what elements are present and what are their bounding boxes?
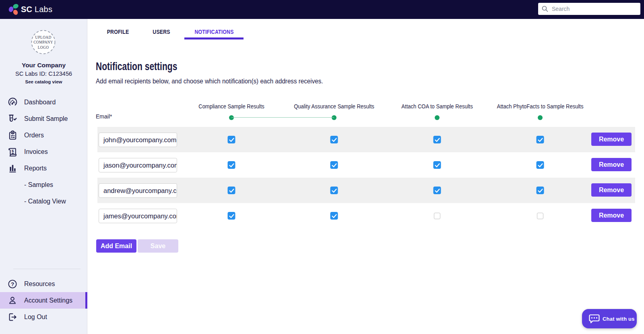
svg-text:$: $ [12, 149, 14, 153]
svg-text:?: ? [11, 281, 14, 287]
